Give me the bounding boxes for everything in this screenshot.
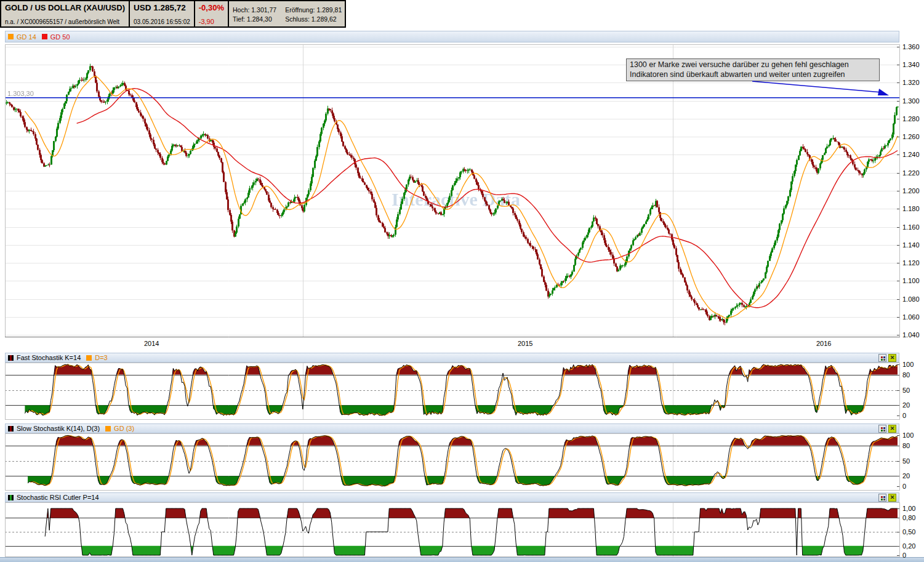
fast-stochastik-k-14-tick-50: 50: [902, 387, 910, 394]
main-y-tick-1.040: 1.040: [902, 331, 920, 339]
stochastic-rsi-cutler-p-14-tick-0,50: 0,50: [902, 528, 915, 536]
stochastic-rsi-canvas[interactable]: [5, 502, 900, 557]
x-year-label-2015: 2015: [518, 340, 532, 347]
main-y-tick-1.280: 1.280: [902, 115, 920, 122]
panel-slow-stochastic-header: Slow Stochastik K(14), D(3) GD (3) ✕: [5, 424, 899, 433]
main-y-tick-1.080: 1.080: [902, 295, 920, 303]
slow-stochastik-k-14-d-3--tick-80: 80: [902, 442, 910, 449]
fast-stochastic-title[interactable]: Fast Stochastik K=14: [17, 354, 81, 361]
slow-stochastic-title[interactable]: Slow Stochastik K(14), D(3): [17, 425, 100, 432]
chart-application: { "header": { "title": "GOLD / US DOLLAR…: [0, 0, 924, 562]
panel1-properties-button[interactable]: [878, 354, 886, 362]
fast-stochastik-k-14-tick-0: 0: [902, 412, 906, 419]
stat-hoch: Hoch: 1.301,77: [233, 6, 276, 14]
last-price: USD 1.285,72: [134, 3, 190, 12]
gd50-legend-label[interactable]: GD 50: [50, 33, 70, 41]
fast-d3-label[interactable]: D=3: [95, 354, 108, 361]
main-y-tick-1.160: 1.160: [902, 223, 920, 231]
stat-eroeffnung: Eröffnung: 1.289,81: [285, 6, 342, 14]
slow-stochastik-k-14-d-3--tick-0: 0: [902, 483, 906, 490]
panel-fast-stochastic-header: Fast Stochastik K=14 D=3 ✕: [5, 353, 899, 363]
main-y-tick-1.360: 1.360: [902, 43, 920, 50]
price-section: USD 1.285,72 03.05.2016 16:55:02: [130, 1, 195, 26]
x-year-label-2014: 2014: [144, 340, 159, 347]
fast-stochastic-color-swatch: [8, 355, 14, 361]
main-y-tick-1.220: 1.220: [902, 169, 920, 177]
slow-gd3-color-swatch: [105, 426, 111, 432]
main-y-tick-1.180: 1.180: [902, 205, 920, 212]
instrument-title: GOLD / US DOLLAR (XAU/USD): [5, 3, 125, 12]
main-price-chart-canvas[interactable]: [5, 44, 900, 337]
main-y-tick-1.200: 1.200: [902, 187, 920, 195]
main-y-tick-1.320: 1.320: [902, 79, 920, 86]
gd14-legend-label[interactable]: GD 14: [17, 33, 36, 41]
main-y-tick-1.300: 1.300: [902, 97, 920, 105]
main-y-tick-1.340: 1.340: [902, 61, 920, 68]
fast-d3-color-swatch: [86, 355, 92, 361]
main-y-tick-1.060: 1.060: [902, 313, 920, 321]
slow-stochastic-canvas[interactable]: [5, 433, 900, 491]
main-y-tick-1.120: 1.120: [902, 259, 920, 267]
main-y-tick-1.140: 1.140: [902, 241, 920, 249]
stochastic-rsi-cutler-p-14-tick-1,00: 1,00: [902, 505, 915, 512]
instrument-section: GOLD / US DOLLAR (XAU/USD) n.a. / XC0009…: [1, 1, 130, 26]
main-chart-legend: GD 14 GD 50: [5, 31, 899, 42]
stochastic-rsi-title[interactable]: Stochastic RSI Cutler P=14: [17, 494, 99, 501]
change-absolute: -3,90: [199, 18, 224, 25]
ohlc-section: Hoch: 1.301,77 Eröffnung: 1.289,81 Tief:…: [229, 1, 345, 26]
change-section: -0,30% -3,90: [195, 1, 229, 26]
main-y-tick-1.100: 1.100: [902, 277, 920, 284]
panel2-close-button[interactable]: ✕: [888, 425, 896, 433]
stochastic-rsi-cutler-p-14-tick-0: 0: [902, 552, 906, 559]
panel2-properties-button[interactable]: [878, 425, 886, 433]
main-y-tick-1.260: 1.260: [902, 133, 920, 140]
gd14-color-swatch: [8, 34, 14, 39]
panel3-properties-button[interactable]: [878, 494, 886, 502]
quote-header: GOLD / US DOLLAR (XAU/USD) n.a. / XC0009…: [0, 0, 346, 28]
fast-stochastic-canvas[interactable]: [5, 363, 900, 420]
fast-stochastik-k-14-tick-80: 80: [902, 371, 910, 379]
fast-stochastik-k-14-tick-20: 20: [902, 401, 910, 409]
instrument-subtitle: n.a. / XC0009655157 / außerbörslich Welt: [5, 18, 125, 25]
quote-datetime: 03.05.2016 16:55:02: [134, 18, 190, 25]
analyst-annotation-box[interactable]: 1300 er Marke zwei versuche darüber zu g…: [626, 58, 880, 81]
gd50-color-swatch: [42, 34, 47, 39]
slow-gd3-label[interactable]: GD (3): [114, 425, 134, 432]
slow-stochastik-k-14-d-3--tick-50: 50: [902, 457, 910, 465]
x-year-label-2016: 2016: [816, 340, 831, 347]
slow-stochastik-k-14-d-3--tick-100: 100: [902, 432, 914, 439]
change-percent: -0,30%: [199, 3, 224, 12]
stat-tief: Tief: 1.284,30: [233, 15, 276, 23]
main-y-tick-1.240: 1.240: [902, 151, 920, 158]
slow-stochastik-k-14-d-3--tick-20: 20: [902, 472, 910, 480]
annotation-line2: Indikatoren sind überkauft abwarten und …: [630, 70, 876, 80]
panel1-close-button[interactable]: ✕: [888, 354, 896, 362]
panel-stochastic-rsi-header: Stochastic RSI Cutler P=14 ✕: [5, 492, 899, 502]
panel3-close-button[interactable]: ✕: [888, 494, 896, 502]
stochastic-rsi-cutler-p-14-tick-0,80: 0,80: [902, 514, 915, 521]
stochastic-rsi-cutler-p-14-tick-0,20: 0,20: [902, 542, 915, 550]
hline-value-label: 1.303,30: [7, 90, 34, 97]
stochastic-rsi-color-swatch: [8, 495, 14, 500]
stat-schluss: Schluss: 1.289,62: [285, 15, 342, 23]
annotation-line1: 1300 er Marke zwei versuche darüber zu g…: [630, 60, 876, 70]
slow-stochastic-color-swatch: [8, 426, 14, 432]
fast-stochastik-k-14-tick-100: 100: [902, 361, 914, 368]
bottom-scrollbar[interactable]: [0, 557, 924, 562]
